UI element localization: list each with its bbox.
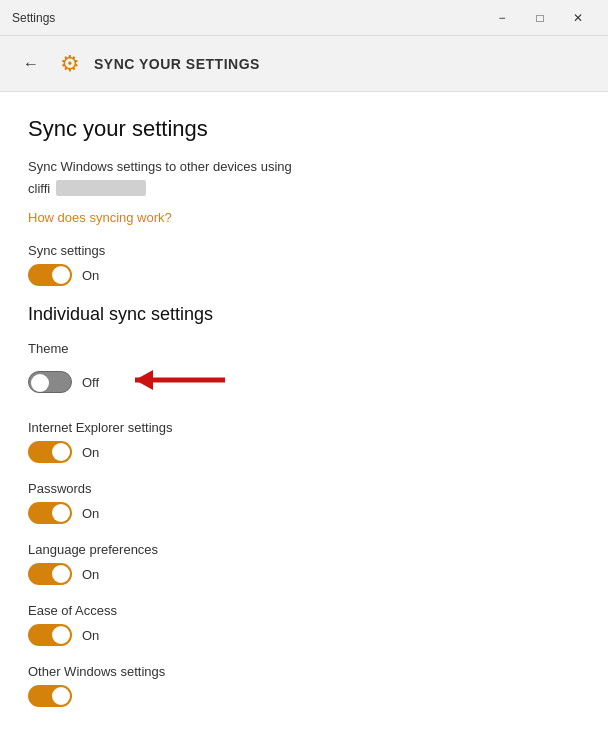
red-arrow-icon: [125, 362, 235, 402]
passwords-group: Passwords On: [28, 481, 580, 524]
ie-status: On: [82, 445, 99, 460]
ie-toggle[interactable]: [28, 441, 72, 463]
title-bar: Settings − □ ✕: [0, 0, 608, 36]
language-group: Language preferences On: [28, 542, 580, 585]
page-title: SYNC YOUR SETTINGS: [94, 56, 260, 72]
ease-access-toggle[interactable]: [28, 624, 72, 646]
passwords-status: On: [82, 506, 99, 521]
language-toggle[interactable]: [28, 563, 72, 585]
sync-heading: Sync your settings: [28, 116, 580, 142]
svg-marker-1: [135, 370, 153, 390]
theme-label: Theme: [28, 341, 580, 356]
language-status: On: [82, 567, 99, 582]
how-does-syncing-link[interactable]: How does syncing work?: [28, 210, 172, 225]
other-windows-group: Other Windows settings: [28, 664, 580, 707]
title-bar-left: Settings: [12, 11, 55, 25]
other-windows-label: Other Windows settings: [28, 664, 580, 679]
theme-row: Off: [28, 362, 580, 402]
ease-access-group: Ease of Access On: [28, 603, 580, 646]
gear-icon: ⚙: [60, 51, 80, 77]
passwords-row: On: [28, 502, 580, 524]
ie-label: Internet Explorer settings: [28, 420, 580, 435]
account-name-prefix: cliffi: [28, 181, 50, 196]
theme-toggle[interactable]: [28, 371, 72, 393]
other-windows-row: [28, 685, 580, 707]
ease-access-label: Ease of Access: [28, 603, 580, 618]
sync-settings-status: On: [82, 268, 99, 283]
theme-group: Theme Off: [28, 341, 580, 402]
account-name-blurred: [56, 180, 146, 196]
language-label: Language preferences: [28, 542, 580, 557]
title-bar-controls: − □ ✕: [484, 4, 596, 32]
ease-access-row: On: [28, 624, 580, 646]
ie-row: On: [28, 441, 580, 463]
sync-settings-label: Sync settings: [28, 243, 580, 258]
account-name-block: cliffi: [28, 180, 580, 196]
close-button[interactable]: ✕: [560, 4, 596, 32]
other-windows-toggle[interactable]: [28, 685, 72, 707]
passwords-label: Passwords: [28, 481, 580, 496]
sync-settings-group: Sync settings On: [28, 243, 580, 286]
sync-settings-toggle[interactable]: [28, 264, 72, 286]
sync-settings-row: On: [28, 264, 580, 286]
individual-sync-heading: Individual sync settings: [28, 304, 580, 325]
content-area: Sync your settings Sync Windows settings…: [0, 92, 608, 750]
maximize-button[interactable]: □: [522, 4, 558, 32]
ie-settings-group: Internet Explorer settings On: [28, 420, 580, 463]
window-title: Settings: [12, 11, 55, 25]
minimize-button[interactable]: −: [484, 4, 520, 32]
passwords-toggle[interactable]: [28, 502, 72, 524]
back-button[interactable]: ←: [16, 49, 46, 79]
language-row: On: [28, 563, 580, 585]
ease-access-status: On: [82, 628, 99, 643]
theme-status: Off: [82, 375, 99, 390]
sync-description-line1: Sync Windows settings to other devices u…: [28, 158, 580, 176]
header-bar: ← ⚙ SYNC YOUR SETTINGS: [0, 36, 608, 92]
